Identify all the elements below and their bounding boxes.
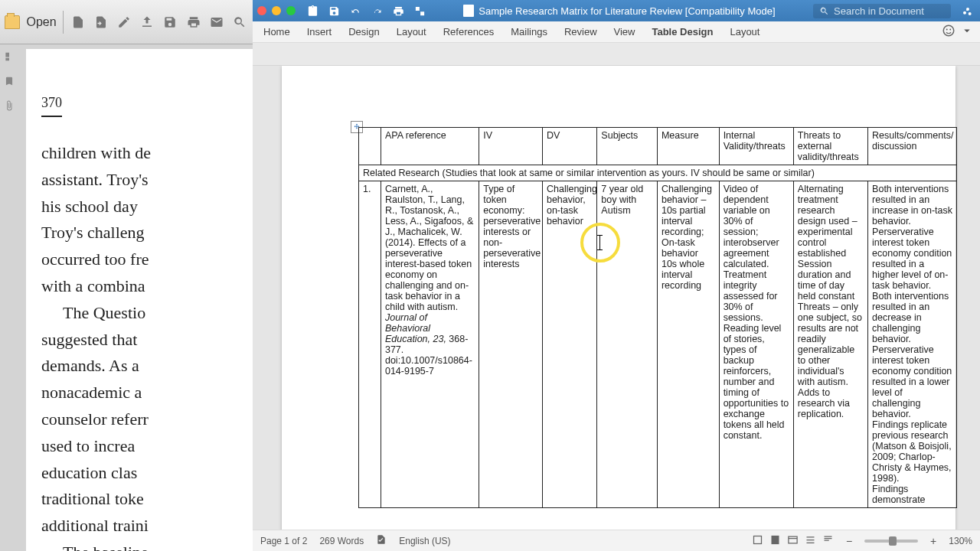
search-placeholder: Search in Document	[834, 5, 924, 17]
pdf-body-text: children with de assistant. Troy's his s…	[41, 142, 237, 551]
document-icon	[463, 5, 474, 17]
pdf-toolbar: Open	[0, 0, 253, 44]
col-threats: Threats to external validity/threats	[793, 128, 867, 165]
tab-home[interactable]: Home	[263, 23, 290, 41]
draft-view-icon[interactable]	[822, 534, 834, 548]
col-iv: IV	[479, 128, 543, 165]
print-icon[interactable]	[392, 5, 404, 17]
cell-measure: Challenging behavior – 10s partial inter…	[657, 181, 719, 508]
cell-internal: Video of dependent variable on 30% of se…	[719, 181, 793, 508]
upload-icon[interactable]	[139, 13, 155, 31]
redo-icon[interactable]	[371, 5, 383, 17]
thumbnails-tab-icon[interactable]	[0, 44, 18, 69]
svg-rect-6	[771, 535, 779, 543]
text-cursor-icon	[599, 236, 600, 249]
tab-view[interactable]: View	[614, 23, 635, 41]
quick-access-toolbar	[306, 5, 426, 17]
print-layout-icon[interactable]	[769, 534, 781, 548]
style-icon[interactable]	[413, 5, 426, 17]
col-results: Results/comments/ discussion	[868, 128, 957, 165]
cell-threats: Alternating treatment research design us…	[793, 181, 867, 508]
focus-view-icon[interactable]	[752, 534, 763, 548]
save-icon[interactable]	[328, 5, 340, 17]
word-window: Sample Research Matrix for Literature Re…	[253, 0, 980, 551]
svg-point-4	[949, 29, 951, 31]
tab-layout[interactable]: Layout	[397, 23, 426, 41]
table-row: 1. Carnett, A., Raulston, T., Lang, R., …	[359, 181, 957, 508]
document-canvas[interactable]: APA reference IV DV Subjects Measure Int…	[253, 66, 980, 530]
svg-rect-1	[5, 58, 9, 61]
zoom-window-button[interactable]	[286, 6, 296, 15]
window-controls	[257, 6, 296, 15]
cell-results: Both interventions resulted in an increa…	[868, 181, 957, 508]
edit-icon[interactable]	[116, 13, 132, 31]
divider	[63, 11, 64, 34]
ruler	[253, 43, 980, 66]
folder-icon[interactable]	[5, 15, 20, 29]
table-header-row: APA reference IV DV Subjects Measure Int…	[359, 128, 957, 165]
create-pdf-icon[interactable]	[70, 13, 87, 31]
status-bar: Page 1 of 2 269 Words English (US) − + 1…	[253, 530, 980, 551]
section-row: Related Research (Studies that look at s…	[359, 165, 957, 181]
cell-dv: Challenging behavior, on-task behavior	[542, 181, 596, 508]
col-dv: DV	[542, 128, 596, 165]
col-measure: Measure	[657, 128, 719, 165]
undo-icon[interactable]	[349, 5, 361, 17]
col-subjects: Subjects	[597, 128, 658, 165]
svg-rect-7	[789, 536, 797, 543]
tab-insert[interactable]: Insert	[307, 23, 332, 41]
tab-table-design[interactable]: Table Design	[652, 23, 713, 41]
search-input[interactable]: Search in Document	[813, 4, 951, 18]
open-button[interactable]: Open	[26, 15, 56, 29]
spellcheck-icon[interactable]	[376, 534, 387, 547]
attachment-tab-icon[interactable]	[0, 93, 18, 118]
cell-subjects: 7 year old boy with Autism	[597, 181, 658, 508]
pdf-page-number: 370	[41, 95, 62, 117]
zoom-in-button[interactable]: +	[930, 535, 936, 547]
row-index: 1.	[359, 181, 381, 508]
zoom-slider[interactable]	[864, 540, 918, 543]
save-icon[interactable]	[162, 13, 178, 31]
tab-references[interactable]: References	[443, 23, 494, 41]
tab-design[interactable]: Design	[348, 23, 379, 41]
view-buttons	[752, 534, 834, 548]
svg-rect-0	[5, 53, 9, 57]
svg-rect-5	[753, 536, 761, 543]
svg-point-2	[943, 25, 954, 36]
cell-iv: Type of token economy: perseverative int…	[479, 181, 543, 508]
pdf-side-tabs	[0, 44, 18, 289]
document-page: APA reference IV DV Subjects Measure Int…	[282, 66, 956, 530]
search-icon[interactable]	[231, 13, 248, 31]
col-internal: Internal Validity/threats	[719, 128, 793, 165]
tab-review[interactable]: Review	[564, 23, 597, 41]
status-words[interactable]: 269 Words	[319, 536, 364, 546]
outline-view-icon[interactable]	[805, 534, 816, 548]
feedback-icon[interactable]	[942, 24, 956, 40]
document-title: Sample Research Matrix for Literature Re…	[426, 5, 813, 17]
collapse-ribbon-icon[interactable]	[960, 24, 974, 40]
zoom-out-button[interactable]: −	[846, 535, 852, 547]
cell-apa: Carnett, A., Raulston, T., Lang, R., Tos…	[381, 181, 479, 508]
share-icon[interactable]	[957, 2, 975, 20]
export-pdf-icon[interactable]	[93, 13, 109, 31]
pdf-reader-panel: Open 370 children with de assistant. Tro…	[0, 0, 253, 551]
svg-point-3	[946, 29, 948, 31]
minimize-window-button[interactable]	[272, 6, 281, 15]
print-icon[interactable]	[185, 13, 201, 31]
research-matrix-table[interactable]: APA reference IV DV Subjects Measure Int…	[358, 127, 957, 508]
col-apa: APA reference	[381, 128, 479, 165]
status-language[interactable]: English (US)	[399, 536, 450, 546]
paste-icon[interactable]	[306, 5, 318, 17]
zoom-level[interactable]: 130%	[949, 536, 972, 546]
tab-layout-2[interactable]: Layout	[730, 23, 760, 41]
mail-icon[interactable]	[208, 13, 225, 31]
status-page[interactable]: Page 1 of 2	[260, 536, 307, 546]
ribbon-tabs: Home Insert Design Layout References Mai…	[253, 21, 980, 43]
tab-mailings[interactable]: Mailings	[511, 23, 547, 41]
close-window-button[interactable]	[257, 6, 266, 15]
pdf-page: 370 children with de assistant. Troy's h…	[26, 49, 253, 551]
web-layout-icon[interactable]	[787, 534, 799, 548]
word-titlebar: Sample Research Matrix for Literature Re…	[253, 0, 980, 21]
bookmark-tab-icon[interactable]	[0, 69, 18, 93]
